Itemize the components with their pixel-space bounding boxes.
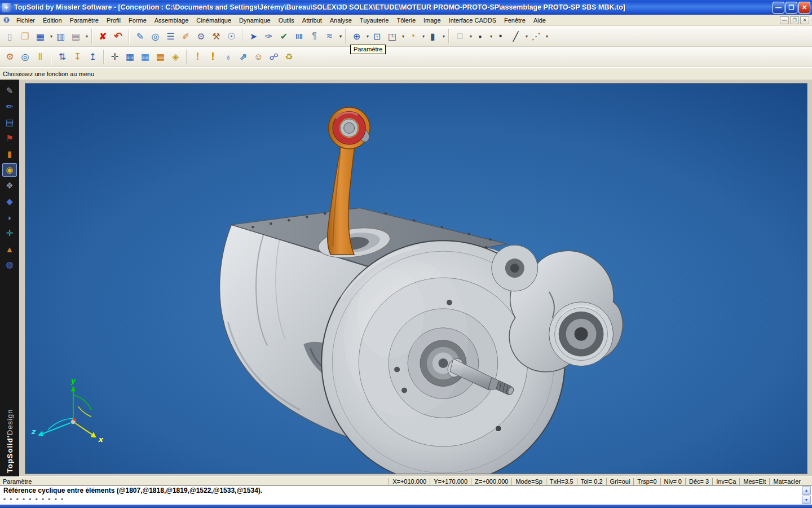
globe-doc-icon[interactable]: ♁ (221, 50, 235, 64)
pin-plus-icon[interactable]: ↥ (86, 50, 100, 64)
close-child-button[interactable]: ✕ (800, 16, 809, 24)
zoom-frame-icon[interactable]: ⊡ (370, 29, 384, 43)
minimize-button[interactable]: — (773, 2, 784, 14)
select-curve-icon[interactable]: ✑ (262, 29, 276, 43)
render-canvas[interactable]: y x z (25, 84, 807, 474)
color-swatch-icon[interactable]: □ (453, 29, 467, 43)
parameter-target-icon[interactable]: ◉ (2, 163, 17, 177)
menu-assemblage[interactable]: Assemblage (151, 16, 193, 25)
message-scrollbar[interactable]: ▲ ▼ (802, 486, 811, 505)
check-geometry-icon[interactable]: ✔ (277, 29, 291, 43)
menu-aide[interactable]: Aide (529, 16, 550, 25)
hammer-tools-icon[interactable]: ⚒ (209, 29, 223, 43)
menu-fichier[interactable]: Fichier (12, 16, 39, 25)
point-style-icon[interactable]: ● (473, 29, 487, 43)
draw-pencil-icon[interactable]: ✎ (2, 84, 17, 98)
move-cross-icon[interactable]: ✛ (2, 226, 17, 240)
render-mode-icon[interactable]: ◔ (405, 29, 420, 43)
restore-child-button[interactable]: ❐ (790, 16, 799, 24)
window-controls: —❐✕ (771, 2, 810, 14)
alert-text: Référence cyclique entre éléments (@1807… (3, 487, 798, 495)
flag-icon[interactable]: ⚑ (2, 132, 17, 145)
status-field: Mode=Sp (511, 478, 545, 485)
modify-tool-icon[interactable]: ✐ (179, 29, 193, 43)
insert-view-icon[interactable]: ▥ (54, 29, 68, 43)
grid-horizontal-icon[interactable]: ▦ (123, 50, 137, 64)
stamp-icon[interactable]: ❖ (2, 179, 17, 192)
viewport-3d[interactable]: y x z (25, 83, 807, 474)
list-params-icon[interactable]: ☰ (164, 29, 178, 43)
doc-export-icon[interactable]: ⇗ (236, 50, 250, 64)
magnifier-doc-icon[interactable]: ◎ (148, 29, 162, 43)
axis-anchor-icon[interactable]: ✛ (108, 50, 122, 64)
target-icon[interactable]: ◎ (18, 50, 32, 64)
alert-bom-icon[interactable]: ! (191, 50, 205, 64)
delete-icon[interactable]: ✘ (96, 29, 110, 43)
gears-icon[interactable]: ⚙ (194, 29, 208, 43)
undo-icon[interactable]: ↶ (111, 29, 125, 43)
cycle-refresh-icon[interactable]: ♻ (282, 50, 296, 64)
toolbar-main: ▯❒▦▥▤✘↶✎◎☰✐⚙⚒☉➤✑✔‖‖¶≈⊕⊡◳◔▮□●•╱⋰ (0, 26, 812, 47)
design-toolbar: ✎✏▤⚑▮◉❖◆◗✛▲◍ TopSolid' Design (0, 80, 19, 476)
prompt-line: Choisissez une fonction au menu (0, 67, 812, 80)
edit-element-icon[interactable]: ✎ (133, 29, 147, 43)
scroll-down-button[interactable]: ▼ (802, 496, 811, 505)
new-file-icon[interactable]: ▯ (3, 29, 17, 43)
grid-orange-icon[interactable]: ▦ (153, 50, 167, 64)
prism-icon[interactable]: ◆ (2, 195, 17, 208)
probe-icon[interactable]: ▮ (2, 147, 17, 161)
menu-profil[interactable]: Profil (103, 16, 125, 25)
menu-attribut[interactable]: Attribut (298, 16, 326, 25)
menu-cinematique[interactable]: Cinématique (192, 16, 235, 25)
menu-fenetre[interactable]: Fenêtre (500, 16, 529, 25)
minimize-child-button[interactable]: — (780, 16, 789, 24)
scroll-up-button[interactable]: ▲ (802, 486, 811, 495)
menu-dynamique[interactable]: Dynamique (235, 16, 275, 25)
toolbar-assembly: ⚙◎‖⇅↧↥✛▦▦▦◈!!♁⇗☺☍♻ (0, 47, 812, 67)
iso-view-icon[interactable]: ◈ (169, 50, 183, 64)
zoom-in-icon[interactable]: ⊕ (350, 29, 364, 43)
draw-pencil-blue-icon[interactable]: ✏ (2, 100, 17, 113)
user-search-icon[interactable]: ☺ (251, 50, 266, 64)
kinematic-gear-icon[interactable]: ⚙ (3, 50, 17, 64)
main-area: ✎✏▤⚑▮◉❖◆◗✛▲◍ TopSolid' Design (0, 80, 812, 476)
globe-search-icon[interactable]: ☍ (267, 50, 281, 64)
open-folder-icon[interactable]: ❒ (18, 29, 32, 43)
sliders-icon[interactable]: ‖‖ (292, 29, 306, 43)
hatch-style-icon[interactable]: ⋰ (529, 29, 543, 43)
columns-icon[interactable]: ‖ (33, 50, 47, 64)
export-doc-icon[interactable]: ◳ (385, 29, 399, 43)
menu-outils[interactable]: Outils (275, 16, 298, 25)
menu-tuyauterie[interactable]: Tuyauterie (356, 16, 393, 25)
menu-image[interactable]: Image (420, 16, 445, 25)
alert-update-icon[interactable]: ! (206, 50, 220, 64)
separator (91, 29, 92, 43)
menu-list: FichierÉditionParamètreProfilFormeAssemb… (12, 16, 779, 25)
menu-edition[interactable]: Édition (39, 16, 66, 25)
globe-visu-icon[interactable]: ☉ (224, 29, 239, 43)
analysis-curve-icon[interactable]: ≈ (323, 29, 337, 43)
menu-forme[interactable]: Forme (125, 16, 151, 25)
display-config-icon[interactable]: ▮ (426, 29, 440, 43)
print-icon[interactable]: ▤ (69, 29, 83, 43)
pin-down-icon[interactable]: ↧ (70, 50, 85, 64)
menu-parametre[interactable]: Paramètre (66, 16, 103, 25)
pyramid-icon[interactable]: ▲ (2, 242, 17, 256)
parameter-icon[interactable]: ¶ (307, 29, 321, 43)
line-style-icon[interactable]: ╱ (509, 29, 523, 43)
point-small-icon[interactable]: • (493, 29, 508, 43)
save-icon[interactable]: ▦ (33, 29, 47, 43)
grid-vertical-icon[interactable]: ▦ (138, 50, 152, 64)
sort-arrows-icon[interactable]: ⇅ (55, 50, 69, 64)
restore-button[interactable]: ❐ (785, 2, 797, 14)
close-button[interactable]: ✕ (798, 2, 810, 14)
menu-tolerie[interactable]: Tôlerie (392, 16, 420, 25)
select-arrow-icon[interactable]: ➤ (246, 29, 261, 43)
menu-interface-cadds[interactable]: Interface CADDS (445, 16, 500, 25)
torus-icon[interactable]: ◍ (2, 258, 17, 271)
brand-light: Design (6, 409, 14, 435)
menu-analyse[interactable]: Analyse (326, 16, 356, 25)
title-bar[interactable]: ✦ TopSolid by Missler Software - [Concep… (0, 0, 812, 15)
layers-icon[interactable]: ▤ (2, 116, 17, 129)
half-sphere-icon[interactable]: ◗ (2, 211, 17, 224)
